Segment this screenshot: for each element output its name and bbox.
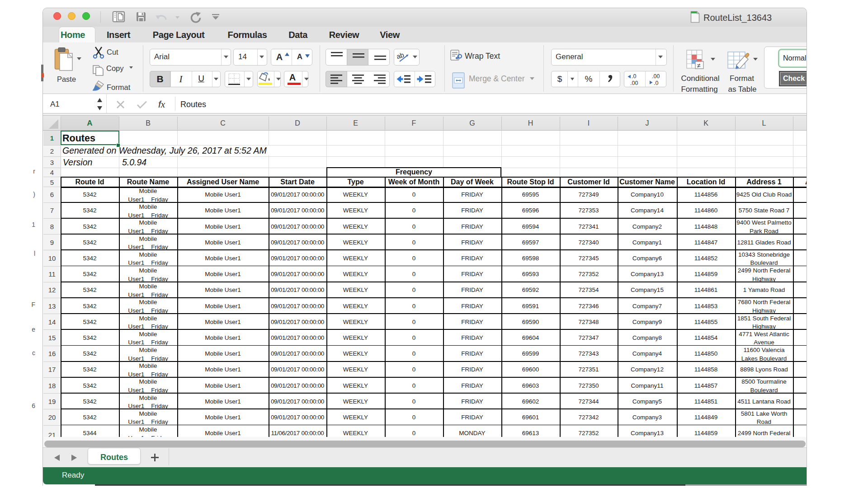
svg-text:.0: .0 (654, 80, 658, 86)
svg-text:.0: .0 (632, 73, 636, 80)
svg-text:.00: .00 (630, 80, 638, 86)
svg-text:.00: .00 (652, 73, 660, 80)
svg-text:≠: ≠ (697, 62, 701, 69)
